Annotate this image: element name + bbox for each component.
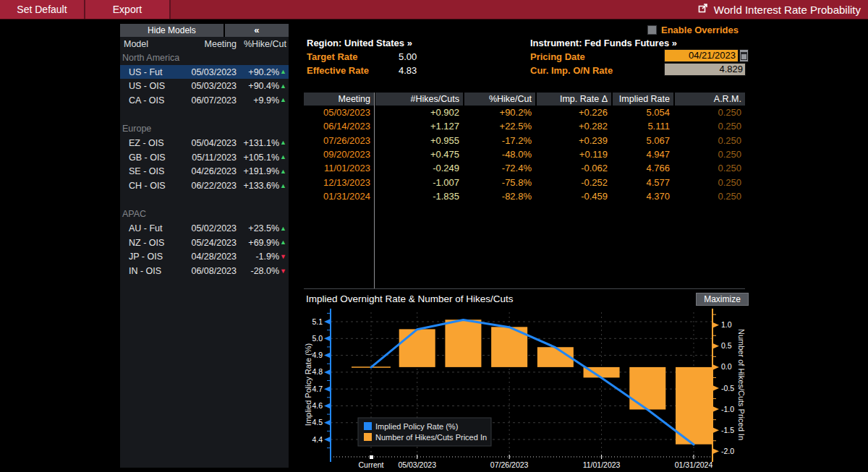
cell-meeting: 07/26/2023 xyxy=(304,135,374,146)
triangle-up-icon: ▲ xyxy=(280,83,286,90)
cell-hikes-cuts: -1.835 xyxy=(374,191,463,202)
hikes-cuts-bar xyxy=(629,367,665,410)
right-tick-label: -1.0 xyxy=(721,405,734,413)
model-name: AU - Fut xyxy=(122,223,186,233)
region-selector[interactable]: Region: United States » xyxy=(307,38,412,48)
hikes-cuts-bar xyxy=(399,329,435,367)
cell-implied-rate: 4.577 xyxy=(611,177,673,188)
triangle-up-icon: ▲ xyxy=(280,140,286,146)
model-row[interactable]: US - OIS05/03/2023+90.4%▲ xyxy=(120,79,289,93)
cell-imp-rate-delta: +0.119 xyxy=(535,149,611,160)
model-row[interactable]: US - Fut05/03/2023+90.2%▲ xyxy=(120,65,289,80)
cell-implied-rate: 5.067 xyxy=(611,135,673,146)
pricing-date-input[interactable]: 04/21/2023 xyxy=(664,49,739,62)
model-hike-pct: +191.9%▲ xyxy=(237,166,286,176)
model-name: US - Fut xyxy=(122,67,186,77)
cell-implied-rate: 5.054 xyxy=(611,107,673,118)
header-hikes-cuts: #Hikes/Cuts xyxy=(374,93,463,106)
model-row[interactable]: CH - OIS06/22/2023+133.6%▲ xyxy=(120,179,289,193)
model-row[interactable]: IN - OIS06/08/2023-28.0%▼ xyxy=(120,264,289,278)
model-row[interactable]: SE - OIS04/26/2023+191.9%▲ xyxy=(120,165,289,179)
table-row[interactable]: 01/31/2024-1.835-82.8%-0.4594.3700.250 xyxy=(304,189,745,203)
titlebar: Set Default Export World Interest Rate P… xyxy=(0,0,868,20)
cell-implied-rate: 4.370 xyxy=(611,191,673,202)
hide-models-button[interactable]: Hide Models xyxy=(120,24,224,37)
model-row[interactable]: AU - Fut05/02/2023+23.5%▲ xyxy=(120,221,289,236)
cell-pct-hike-cut: +90.2% xyxy=(463,107,535,118)
cell-arm: 0.250 xyxy=(673,163,745,173)
model-row[interactable]: EZ - OIS05/04/2023+131.1%▲ xyxy=(120,136,289,150)
open-window-icon[interactable] xyxy=(697,3,708,16)
screen-title-area: World Interest Rate Probability xyxy=(697,0,868,19)
cell-hikes-cuts: +1.127 xyxy=(374,121,463,132)
header-pct-hike-cut: %Hike/Cut xyxy=(463,93,535,106)
triangle-up-icon: ▲ xyxy=(280,69,286,75)
cell-pct-hike-cut: -48.0% xyxy=(463,149,535,160)
cell-hikes-cuts: +0.475 xyxy=(374,149,463,160)
triangle-up-icon: ▲ xyxy=(280,183,286,189)
hike-pct-value: +191.9% xyxy=(243,166,279,176)
table-row[interactable]: 12/13/2023-1.007-75.8%-0.2524.5770.250 xyxy=(304,175,745,189)
collapse-panel-button[interactable]: « xyxy=(225,24,289,37)
triangle-up-icon: ▲ xyxy=(280,226,286,232)
calendar-button[interactable] xyxy=(739,49,749,62)
cell-arm: 0.250 xyxy=(673,177,745,188)
model-name: IN - OIS xyxy=(122,266,186,276)
cell-meeting: 05/03/2023 xyxy=(304,107,374,118)
right-tick-label: 1.0 xyxy=(721,320,732,329)
model-row[interactable]: NZ - OIS05/24/2023+69.9%▲ xyxy=(120,236,289,250)
target-rate-label: Target Rate xyxy=(307,51,358,62)
model-section-label: APAC xyxy=(120,207,289,222)
model-name: CA - OIS xyxy=(122,95,186,106)
right-tick-arrow xyxy=(712,343,719,349)
chart-title: Implied Overnight Rate & Number of Hikes… xyxy=(306,293,514,304)
model-name: SE - OIS xyxy=(122,166,186,176)
x-tick-label: 01/31/2024 xyxy=(675,460,713,469)
left-tick-arrow xyxy=(324,420,331,426)
cell-arm: 0.250 xyxy=(673,191,745,202)
model-hike-pct: -1.9%▼ xyxy=(237,252,286,262)
table-row[interactable]: 06/14/2023+1.127+22.5%+0.2825.1110.250 xyxy=(304,119,745,133)
cur-imp-rate-input[interactable]: 4.829 xyxy=(664,63,746,76)
meetings-table-header: Meeting#Hikes/Cuts%Hike/CutImp. Rate ΔIm… xyxy=(304,93,745,106)
set-default-button[interactable]: Set Default xyxy=(0,0,85,19)
cur-imp-rate-label: Cur. Imp. O/N Rate xyxy=(530,65,613,76)
enable-overrides-checkbox[interactable] xyxy=(647,25,657,35)
cell-imp-rate-delta: +0.282 xyxy=(535,121,611,132)
model-row[interactable]: CA - OIS06/07/2023+9.9%▲ xyxy=(120,93,289,108)
export-button[interactable]: Export xyxy=(85,0,171,19)
right-tick-label: 0.0 xyxy=(721,362,732,371)
triangle-up-icon: ▲ xyxy=(280,168,286,175)
right-tick-arrow xyxy=(712,385,719,391)
model-name: NZ - OIS xyxy=(122,238,186,248)
hikes-cuts-bar xyxy=(537,347,574,367)
left-tick-label: 4.4 xyxy=(312,435,323,444)
hike-pct-value: -1.9% xyxy=(255,252,279,262)
model-row[interactable]: GB - OIS05/11/2023+105.1%▲ xyxy=(120,150,289,165)
model-meeting-date: 06/22/2023 xyxy=(186,181,237,191)
x-tick-label: 07/26/2023 xyxy=(490,460,529,469)
model-row[interactable]: JP - OIS04/28/2023-1.9%▼ xyxy=(120,250,289,265)
table-row[interactable]: 11/01/2023-0.249-72.4%-0.0624.7660.250 xyxy=(304,161,745,175)
model-meeting-date: 06/08/2023 xyxy=(186,266,237,276)
hike-pct-value: +23.5% xyxy=(248,223,279,233)
hike-pct-value: +105.1% xyxy=(243,153,279,163)
cell-pct-hike-cut: -82.8% xyxy=(463,191,535,202)
cell-pct-hike-cut: -75.8% xyxy=(463,177,535,188)
table-row[interactable]: 05/03/2023+0.902+90.2%+0.2265.0540.250 xyxy=(304,106,745,119)
cell-implied-rate: 4.947 xyxy=(611,149,673,160)
cell-implied-rate: 4.766 xyxy=(611,163,673,173)
table-row[interactable]: 09/20/2023+0.475-48.0%+0.1194.9470.250 xyxy=(304,147,745,161)
cell-imp-rate-delta: -0.459 xyxy=(535,191,611,202)
cell-arm: 0.250 xyxy=(673,107,745,118)
maximize-button[interactable]: Maximize xyxy=(696,293,749,306)
cell-imp-rate-delta: +0.239 xyxy=(535,135,611,146)
model-name: US - OIS xyxy=(122,81,186,91)
model-meeting-date: 04/26/2023 xyxy=(186,166,237,176)
model-section-label: Europe xyxy=(120,121,289,136)
hike-pct-value: +90.2% xyxy=(248,67,279,77)
right-tick-arrow xyxy=(712,364,719,370)
instrument-selector[interactable]: Instrument: Fed Funds Futures » xyxy=(530,38,677,48)
left-tick-label: 4.9 xyxy=(312,351,323,359)
table-row[interactable]: 07/26/2023+0.955-17.2%+0.2395.0670.250 xyxy=(304,134,745,147)
